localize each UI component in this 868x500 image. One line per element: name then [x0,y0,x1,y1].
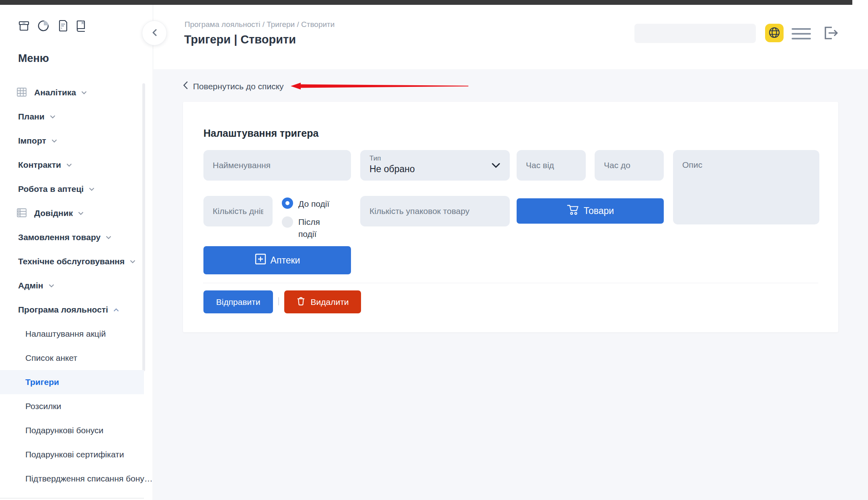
hamburger-icon [792,28,811,30]
chevron-down-icon [78,210,84,217]
menu-toggle-button[interactable] [792,28,811,39]
packs-count-input[interactable] [360,196,510,226]
type-select-value: Не обрано [369,164,415,175]
sidebar-item-plany[interactable]: Плани [0,105,144,129]
list-table-icon [17,208,27,219]
sidebar-item-dovidnyk[interactable]: Довідник [0,201,144,225]
logout-button[interactable] [820,24,839,42]
sidebar-item-analityka[interactable]: Аналітика [0,80,144,105]
name-input[interactable] [203,150,351,181]
language-button[interactable] [765,24,784,42]
sidebar-subitem-podarunkovi-sertyfikaty[interactable]: Подарункові сертифікати [0,442,144,467]
content-area: Повернутись до списку . Налаштування три… [154,69,868,500]
type-select[interactable]: Тип Не обрано [360,150,510,181]
time-from-input[interactable] [517,150,586,181]
red-annotation-arrow [291,82,468,91]
back-link-label: Повернутись до списку [193,82,284,91]
chevron-down-icon [51,137,57,144]
type-select-label: Тип [369,154,381,163]
time-to-input[interactable] [595,150,664,181]
box-icon[interactable] [18,19,30,32]
sidebar-subitem-tryhery-active[interactable]: Тригери [0,370,144,394]
radio-after-event-label[interactable]: Після події [298,216,332,240]
sidebar: Меню Аналітика Плани Імпорт Контракти Ро… [0,5,153,500]
trash-icon [296,296,306,308]
delete-button-label: Видалити [310,297,349,307]
pharmacies-button-label: Аптеки [271,255,300,266]
file-icon[interactable] [57,19,68,32]
sidebar-subitem-podarunkovi-bonusy[interactable]: Подарункові бонуси [0,418,144,442]
radio-before-event[interactable] [282,198,293,209]
sidebar-item-zamovlennia-tovaru[interactable]: Замовлення товару [0,225,144,249]
sidebar-nav: Аналітика Плани Імпорт Контракти Робота … [0,80,153,491]
page-title: Тригери | Створити [184,33,296,46]
card-title: Налаштування тригера [203,128,318,139]
cart-icon [566,204,580,218]
sidebar-subitem-nalashtuvannia-aktsii[interactable]: Налаштування акцій [0,322,144,346]
main-area: Програма лояльності / Тригери / Створити… [154,5,868,500]
chevron-up-icon [113,306,119,313]
sidebar-item-prohrama-loialnosti[interactable]: Програма лояльності [0,298,144,322]
chevron-left-icon [183,81,188,92]
chevron-down-icon [81,89,87,96]
sidebar-item-tekhnichne-obsluhovuvannia[interactable]: Технічне обслуговування [0,249,144,274]
sidebar-item-label: Аналітика [34,88,76,97]
chevron-down-icon [50,113,55,120]
globe-icon [768,27,780,40]
radio-after-event[interactable] [282,216,293,228]
book-icon[interactable] [75,19,88,32]
pie-chart-icon[interactable] [37,19,50,32]
radio-before-event-label[interactable]: До події [298,198,329,210]
sidebar-collapse-button[interactable] [142,21,167,45]
chevron-down-icon [130,258,135,265]
card-divider [203,283,818,283]
products-button[interactable]: Товари [517,198,664,224]
submit-button[interactable]: Відправити [203,290,273,313]
button-separator [278,297,279,305]
breadcrumb: Програма лояльності / Тригери / Створити [185,20,334,29]
chevron-down-icon [49,282,54,289]
chevron-left-icon [152,29,157,37]
sidebar-item-robota-v-aptetsi[interactable]: Робота в аптеці [0,177,144,201]
sidebar-item-import[interactable]: Імпорт [0,129,144,153]
search-input[interactable] [634,24,756,43]
chevron-down-icon [89,185,94,193]
plus-square-icon [254,253,267,267]
submit-button-label: Відправити [216,297,261,307]
days-count-input[interactable] [203,196,273,226]
sidebar-top-icons [18,19,88,32]
pharmacies-button[interactable]: Аптеки [203,246,351,274]
sidebar-subitem-rozsylky[interactable]: Розсилки [0,394,144,418]
sidebar-subitem-spysok-anket[interactable]: Список анкет [0,346,144,370]
sidebar-item-admin[interactable]: Адмін [0,274,144,298]
delete-button[interactable]: Видалити [284,290,361,313]
back-to-list-link[interactable]: Повернутись до списку [183,81,284,92]
page-header: Програма лояльності / Тригери / Створити… [154,5,868,69]
chevron-down-icon [492,163,500,170]
trigger-settings-card: Налаштування тригера Тип Не обрано До по… [183,102,838,332]
chevron-down-icon [66,161,72,169]
products-button-label: Товари [584,206,614,216]
chevron-down-icon [106,234,111,241]
sidebar-clipped-next-item: Налаштування [0,498,144,500]
description-textarea[interactable] [673,150,819,224]
grid-table-icon [17,88,27,98]
top-dark-strip [0,0,852,5]
sidebar-item-kontrakty[interactable]: Контракти [0,153,144,177]
logout-icon [820,37,839,43]
sidebar-subitem-pidtverdzhennia-spysannia[interactable]: Підтвердження списання бону… [0,467,144,491]
sidebar-menu-title: Меню [18,52,49,65]
